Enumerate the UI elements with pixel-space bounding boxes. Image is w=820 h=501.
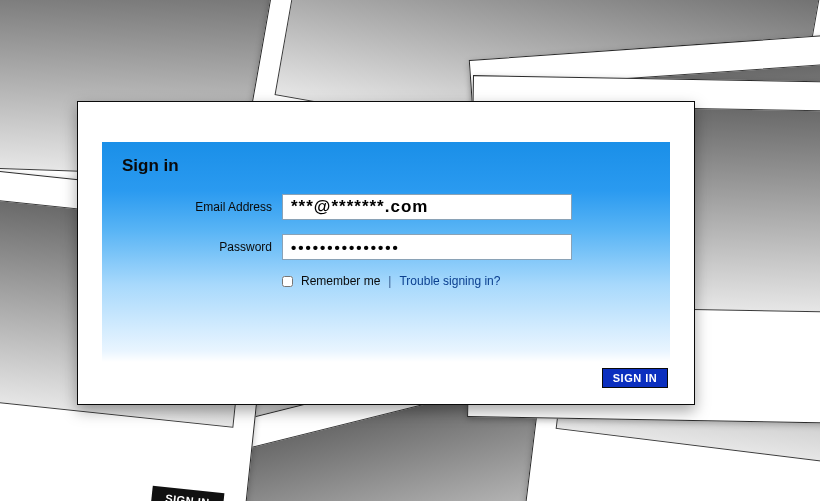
signin-card: Sign in Email Address Password Remember …	[77, 101, 695, 405]
helper-row: Remember me | Trouble signing in?	[282, 274, 650, 288]
email-label: Email Address	[122, 200, 272, 214]
password-field[interactable]	[282, 234, 572, 260]
background-signin-button: SIGN IN	[151, 486, 225, 501]
separator: |	[388, 274, 391, 288]
signin-panel: Sign in Email Address Password Remember …	[102, 142, 670, 362]
remember-checkbox[interactable]	[282, 276, 293, 287]
email-row: Email Address	[122, 194, 650, 220]
signin-title: Sign in	[122, 156, 179, 176]
trouble-link[interactable]: Trouble signing in?	[399, 274, 500, 288]
signin-button[interactable]: SIGN IN	[602, 368, 668, 388]
password-row: Password	[122, 234, 650, 260]
remember-label: Remember me	[301, 274, 380, 288]
signin-form: Email Address Password Remember me | Tro…	[122, 194, 650, 288]
password-label: Password	[122, 240, 272, 254]
email-field[interactable]	[282, 194, 572, 220]
